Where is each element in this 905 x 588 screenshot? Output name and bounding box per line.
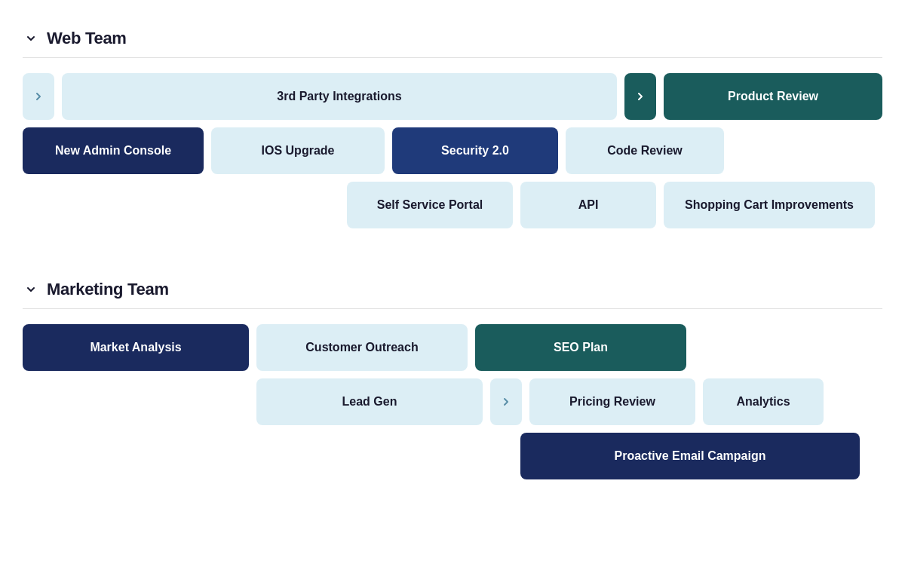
pricing-review-arrow-btn[interactable] [490, 378, 522, 425]
marketing-team-title: Marketing Team [47, 280, 169, 299]
mkt-row-3: Proactive Email Campaign [23, 433, 882, 479]
web-team-collapse-icon[interactable] [23, 30, 39, 47]
web-team-title: Web Team [47, 29, 127, 48]
marketing-team-section: Marketing Team Market Analysis Customer … [23, 266, 882, 479]
shopping-cart-card[interactable]: Shopping Cart Improvements [664, 182, 875, 228]
seo-plan-card[interactable]: SEO Plan [475, 324, 686, 371]
self-service-card[interactable]: Self Service Portal [347, 182, 513, 228]
product-review-card[interactable]: Product Review [664, 73, 882, 120]
web-row-3: Self Service Portal API Shopping Cart Im… [23, 182, 882, 228]
web-row-2: New Admin Console IOS Upgrade Security 2… [23, 127, 882, 174]
market-analysis-card[interactable]: Market Analysis [23, 324, 249, 371]
marketing-team-collapse-icon[interactable] [23, 281, 39, 298]
section-spacer [23, 251, 882, 266]
web-row-1: 3rd Party Integrations Product Review [23, 73, 882, 120]
api-card[interactable]: API [520, 182, 656, 228]
pricing-review-card[interactable]: Pricing Review [529, 378, 695, 425]
analytics-card[interactable]: Analytics [703, 378, 824, 425]
security-card[interactable]: Security 2.0 [392, 127, 558, 174]
ios-upgrade-card[interactable]: IOS Upgrade [211, 127, 385, 174]
marketing-team-header: Marketing Team [23, 266, 882, 309]
3rd-party-arrow-btn[interactable] [23, 73, 54, 120]
mkt-row-2: Lead Gen Pricing Review Analytics [23, 378, 882, 425]
mkt-row-1: Market Analysis Customer Outreach SEO Pl… [23, 324, 882, 371]
new-admin-card[interactable]: New Admin Console [23, 127, 204, 174]
customer-outreach-card[interactable]: Customer Outreach [256, 324, 468, 371]
3rd-party-card[interactable]: 3rd Party Integrations [62, 73, 617, 120]
product-review-arrow-btn[interactable] [624, 73, 656, 120]
proactive-email-card[interactable]: Proactive Email Campaign [520, 433, 860, 479]
web-team-section: Web Team 3rd Party Integrations Product … [23, 15, 882, 228]
web-team-header: Web Team [23, 15, 882, 58]
lead-gen-card[interactable]: Lead Gen [256, 378, 483, 425]
code-review-card[interactable]: Code Review [566, 127, 724, 174]
